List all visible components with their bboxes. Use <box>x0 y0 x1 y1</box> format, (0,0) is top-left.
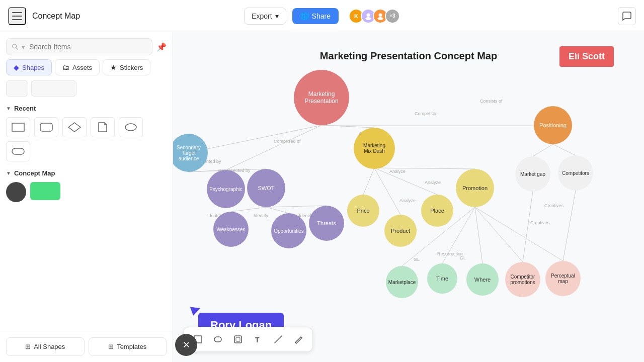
svg-line-31 <box>266 207 289 213</box>
sub-tab-2[interactable] <box>31 80 76 97</box>
svg-text:Analyze: Analyze <box>389 169 406 174</box>
svg-rect-16 <box>234 336 242 343</box>
pin-icon[interactable]: 📌 <box>156 42 167 52</box>
shape-stadium[interactable] <box>6 141 30 161</box>
recent-section-header[interactable]: ▼ Recent <box>6 105 167 112</box>
svg-rect-2 <box>12 19 22 20</box>
svg-text:Analyze: Analyze <box>399 198 416 203</box>
shapes-icon: ◆ <box>14 63 19 71</box>
svg-line-28 <box>533 144 553 156</box>
concept-shape-rect[interactable] <box>30 182 60 200</box>
line-tool-button[interactable] <box>269 330 287 348</box>
svg-line-19 <box>275 336 282 343</box>
rounded-rect-tool-button[interactable] <box>209 330 227 348</box>
share-button[interactable]: 🌐 Share <box>292 8 339 24</box>
node-marketing-presentation[interactable]: MarketingPresentation <box>294 70 349 125</box>
avatar-count: +3 <box>385 9 400 24</box>
node-promotion[interactable]: Promotion <box>456 169 494 207</box>
node-place[interactable]: Place <box>421 195 453 227</box>
node-positioning[interactable]: Positioning <box>534 106 572 144</box>
svg-text:GL: GL <box>414 257 420 262</box>
concept-map-section-header[interactable]: ▼ Concept Map <box>6 169 167 177</box>
svg-line-25 <box>374 168 437 195</box>
assets-icon: 🗂 <box>62 63 69 71</box>
node-perceptual-map[interactable]: Perceptualmap <box>545 261 581 296</box>
search-bar: ▾ 📌 <box>0 32 173 59</box>
svg-text:Comprised of: Comprised of <box>274 139 301 144</box>
svg-line-41 <box>563 191 576 261</box>
svg-line-22 <box>321 125 374 128</box>
concept-shape-circle[interactable] <box>6 182 26 202</box>
svg-point-6 <box>377 17 383 20</box>
node-competitor-promotions[interactable]: Competitorpromotions <box>505 262 540 297</box>
svg-text:Resurrection: Resurrection <box>437 251 463 256</box>
node-price[interactable]: Price <box>347 195 379 227</box>
shape-rounded-rect[interactable] <box>34 117 58 137</box>
node-marketplace[interactable]: Marketplace <box>386 266 418 298</box>
tab-row: ◆ Shapes 🗂 Assets ★ Stickers <box>0 59 173 80</box>
bottom-toolbar: T <box>183 327 313 352</box>
tab-shapes[interactable]: ◆ Shapes <box>6 59 52 75</box>
node-product[interactable]: Product <box>384 215 417 247</box>
node-weaknesses[interactable]: Weaknesses <box>213 212 249 247</box>
node-swot[interactable]: SWOT <box>247 169 285 207</box>
node-threats[interactable]: Threats <box>309 206 344 241</box>
node-psychographic[interactable]: Psychographic <box>207 170 245 208</box>
shape-document[interactable] <box>91 117 115 137</box>
svg-marker-11 <box>68 123 80 132</box>
svg-line-20 <box>188 125 321 153</box>
node-time[interactable]: Time <box>427 263 457 294</box>
canvas[interactable]: Marketing Presentation Concept Map <box>173 32 644 362</box>
comment-button[interactable] <box>618 7 636 25</box>
node-opportunities[interactable]: Opportunities <box>271 213 306 248</box>
svg-line-39 <box>475 207 563 261</box>
all-shapes-button[interactable]: ⊞ All Shapes <box>6 337 85 356</box>
node-where[interactable]: Where <box>466 263 499 296</box>
close-button[interactable]: ✕ <box>175 334 197 356</box>
svg-line-38 <box>475 207 523 262</box>
node-marketing-mix[interactable]: MarketingMix Dash <box>354 128 395 169</box>
shapes-content: ▼ Recent ▼ Concept <box>0 101 173 331</box>
tab-assets[interactable]: 🗂 Assets <box>55 59 100 75</box>
search-input-wrap[interactable]: ▾ <box>6 38 152 55</box>
svg-line-40 <box>523 192 533 262</box>
svg-line-32 <box>266 206 327 207</box>
share-icon: 🌐 <box>300 12 309 20</box>
node-secondary-target[interactable]: SecondaryTargetaudience <box>173 134 208 172</box>
svg-rect-13 <box>12 148 24 154</box>
node-market-gap[interactable]: Market gap <box>515 156 550 192</box>
svg-point-4 <box>365 17 371 20</box>
svg-text:Competitor: Competitor <box>415 111 437 116</box>
pen-tool-button[interactable] <box>289 330 307 348</box>
node-competitors[interactable]: Competitors <box>558 155 593 191</box>
shape-ellipse[interactable] <box>119 117 143 137</box>
sub-tab-1[interactable] <box>6 80 28 97</box>
templates-button[interactable]: ⊞ Templates <box>89 337 167 356</box>
document-title: Concept Map <box>32 12 238 21</box>
shape-diamond[interactable] <box>62 117 87 137</box>
svg-rect-9 <box>12 123 24 131</box>
close-button-wrap: ✕ <box>175 334 197 356</box>
collaborators: K +3 <box>349 9 400 24</box>
stickers-icon: ★ <box>110 63 117 71</box>
svg-line-37 <box>475 207 482 263</box>
export-button[interactable]: Export ▾ <box>244 8 286 25</box>
svg-rect-17 <box>236 337 240 341</box>
text-tool-button[interactable]: T <box>249 330 267 348</box>
svg-line-30 <box>231 207 266 212</box>
shape-rectangle[interactable] <box>6 117 30 137</box>
svg-text:Creatives: Creatives <box>530 220 550 225</box>
svg-point-12 <box>125 124 136 131</box>
svg-line-24 <box>363 168 374 195</box>
svg-line-8 <box>16 48 18 49</box>
svg-point-5 <box>378 13 382 17</box>
svg-text:Analyze: Analyze <box>425 180 441 185</box>
svg-text:Consists of: Consists of <box>480 99 503 104</box>
menu-button[interactable] <box>8 7 26 25</box>
tab-stickers[interactable]: ★ Stickers <box>103 59 150 75</box>
frame-tool-button[interactable] <box>229 330 247 348</box>
concept-map-shapes <box>6 182 167 202</box>
search-input[interactable] <box>29 43 147 51</box>
all-shapes-icon: ⊞ <box>25 343 31 350</box>
svg-text:T: T <box>255 336 260 344</box>
